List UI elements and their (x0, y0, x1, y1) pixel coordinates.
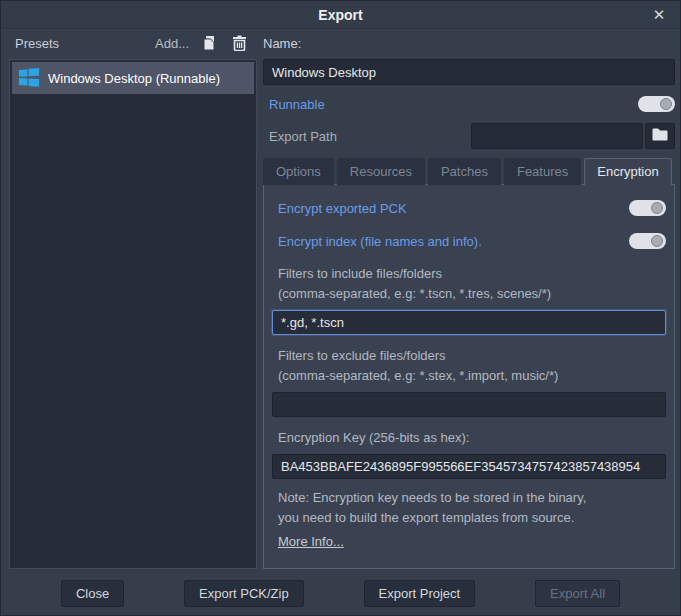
encrypt-pck-row: Encrypt exported PCK (272, 196, 666, 220)
more-info-link[interactable]: More Info... (272, 534, 344, 549)
close-icon[interactable]: ✕ (648, 4, 670, 26)
export-path-input[interactable] (471, 123, 643, 149)
preset-item-label: Windows Desktop (Runnable) (48, 71, 220, 86)
export-path-group (471, 123, 675, 149)
export-tabs: Options Resources Patches Features Encry… (263, 157, 675, 184)
header-row: Presets Add... (1, 29, 680, 57)
export-all-button[interactable]: Export All (535, 580, 620, 607)
toggle-knob (651, 235, 663, 247)
preset-item-windows-desktop[interactable]: Windows Desktop (Runnable) (12, 62, 254, 94)
runnable-row: Runnable (263, 91, 675, 117)
export-dialog: Export ✕ Presets Add... (0, 0, 681, 616)
encrypt-index-label: Encrypt index (file names and info). (272, 234, 482, 249)
close-button[interactable]: Close (61, 580, 124, 607)
export-path-label: Export Path (263, 129, 337, 144)
encrypt-index-row: Encrypt index (file names and info). (272, 229, 666, 253)
folder-icon (652, 128, 668, 144)
tab-options[interactable]: Options (263, 158, 334, 185)
preset-settings: Runnable Export Path (263, 59, 675, 569)
export-path-row: Export Path (263, 123, 675, 149)
include-filters-label: Filters to include files/folders (272, 264, 666, 284)
runnable-label: Runnable (263, 97, 325, 112)
dialog-title: Export (318, 7, 362, 23)
include-filters-input[interactable] (272, 310, 666, 335)
encryption-key-input[interactable] (272, 454, 666, 479)
encryption-panel: Encrypt exported PCK Encrypt index (file… (263, 184, 675, 569)
export-pck-zip-button[interactable]: Export PCK/Zip (184, 580, 304, 607)
note-line-2: you need to build the export templates f… (278, 508, 666, 528)
presets-header: Presets Add... (1, 33, 257, 53)
tab-features[interactable]: Features (504, 158, 581, 185)
encryption-note: Note: Encryption key needs to be stored … (272, 488, 666, 528)
browse-path-button[interactable] (645, 123, 675, 149)
add-preset-button[interactable]: Add... (155, 36, 189, 51)
note-line-1: Note: Encryption key needs to be stored … (278, 488, 666, 508)
tab-resources[interactable]: Resources (337, 158, 425, 185)
presets-label: Presets (15, 36, 59, 51)
main-area: Windows Desktop (Runnable) Runnable Expo… (1, 57, 680, 571)
include-filters-hint: (comma-separated, e.g: *.tscn, *.tres, s… (272, 284, 666, 304)
footer-bar: Close Export PCK/Zip Export Project Expo… (1, 571, 680, 615)
toggle-knob (660, 98, 672, 110)
titlebar: Export ✕ (1, 1, 680, 29)
tab-encryption[interactable]: Encryption (584, 158, 671, 185)
encrypt-pck-toggle[interactable] (629, 200, 666, 216)
presets-toolbar: Add... (155, 33, 257, 53)
exclude-filters-input[interactable] (272, 392, 666, 417)
toggle-knob (651, 202, 663, 214)
name-label: Name: (257, 36, 301, 51)
encrypt-index-toggle[interactable] (629, 233, 666, 249)
runnable-toggle[interactable] (638, 96, 675, 112)
export-project-button[interactable]: Export Project (364, 580, 476, 607)
delete-preset-button[interactable] (229, 33, 249, 53)
trash-icon (232, 35, 247, 51)
copy-icon (201, 35, 217, 51)
tab-patches[interactable]: Patches (428, 158, 501, 185)
exclude-filters-label: Filters to exclude files/folders (272, 346, 666, 366)
windows-logo-icon (18, 67, 40, 89)
duplicate-preset-button[interactable] (199, 33, 219, 53)
encryption-key-label: Encryption Key (256-bits as hex): (272, 428, 666, 448)
name-input[interactable] (263, 59, 675, 85)
exclude-filters-hint: (comma-separated, e.g: *.stex, *.import,… (272, 366, 666, 386)
encrypt-pck-label: Encrypt exported PCK (272, 201, 407, 216)
presets-list: Windows Desktop (Runnable) (9, 59, 257, 569)
